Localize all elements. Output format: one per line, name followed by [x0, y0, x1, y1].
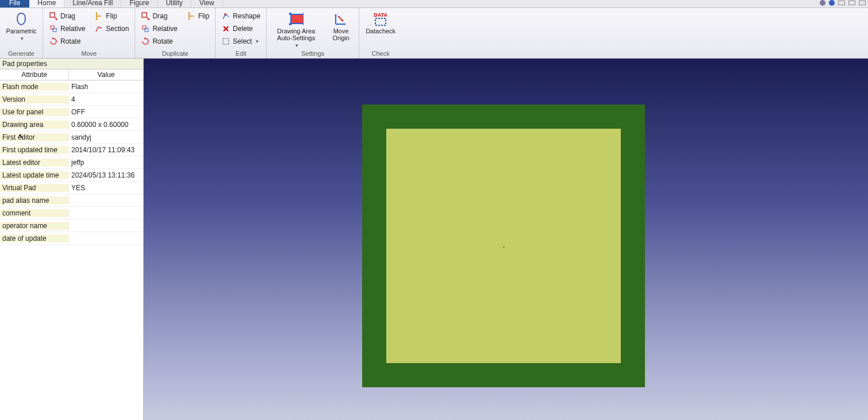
group-label-edit: Edit: [219, 49, 263, 58]
section-icon: [94, 24, 103, 33]
tab-home[interactable]: Home: [29, 0, 64, 7]
move-section-label: Section: [106, 25, 129, 33]
move-drag-button[interactable]: Drag: [47, 10, 87, 22]
tab-view[interactable]: View: [191, 0, 223, 7]
select-label: Select: [233, 37, 252, 45]
menu-tabs: File Home Line/Area Fill Figure Utility …: [0, 0, 868, 8]
svg-rect-4: [143, 26, 146, 29]
cursor-icon: ↖: [18, 132, 24, 140]
help-icon[interactable]: [820, 0, 825, 6]
svg-rect-10: [303, 13, 304, 15]
svg-rect-7: [223, 38, 229, 44]
svg-rect-2: [53, 28, 56, 32]
prop-key: First updated time: [0, 146, 69, 154]
move-origin-label: Move Origin: [327, 28, 355, 41]
move-origin-button[interactable]: Move Origin: [327, 10, 355, 41]
group-label-check: Check: [363, 49, 398, 58]
move-origin-icon: [333, 11, 348, 26]
datacheck-button[interactable]: DATA Datacheck: [363, 10, 398, 34]
tab-utility[interactable]: Utility: [158, 0, 191, 7]
prop-row[interactable]: Latest update time2024/05/13 13:11:36: [0, 169, 143, 182]
prop-value[interactable]: 0.60000 x 0.60000: [69, 121, 143, 129]
relative-icon: [141, 24, 150, 33]
maximize-button[interactable]: [848, 1, 855, 5]
ribbon-group-move: Drag Relative Rotate Flip Sect: [43, 8, 135, 58]
drag-icon: [141, 11, 150, 21]
prop-value[interactable]: 4: [69, 95, 143, 103]
svg-rect-9: [289, 13, 291, 15]
prop-row[interactable]: Version4: [0, 93, 143, 106]
tab-figure[interactable]: Figure: [121, 0, 158, 7]
relative-icon: [49, 24, 58, 33]
prop-key: comment: [0, 209, 69, 217]
move-flip-label: Flip: [106, 12, 117, 20]
close-button[interactable]: [859, 1, 866, 5]
parametric-button[interactable]: Parametric: [3, 10, 39, 41]
prop-row[interactable]: pad alias name: [0, 194, 143, 207]
prop-row[interactable]: Latest editorjeffp: [0, 156, 143, 169]
prop-row[interactable]: First updated time2014/10/17 11:09:43: [0, 144, 143, 156]
group-label-generate: Generate: [3, 49, 39, 58]
origin-crosshair: +: [502, 245, 505, 247]
delete-button[interactable]: Delete: [219, 23, 263, 34]
tab-file[interactable]: File: [0, 0, 29, 7]
prop-rows: Flash modeFlashVersion4Use for panelOFFD…: [0, 80, 143, 245]
ribbon-group-check: DATA Datacheck Check: [359, 8, 402, 58]
prop-key: Flash mode: [0, 83, 69, 91]
move-flip-button[interactable]: Flip: [92, 10, 131, 22]
prop-value[interactable]: sandyj: [69, 133, 143, 141]
select-button[interactable]: Select: [219, 36, 263, 47]
flip-icon: [94, 11, 103, 21]
prop-row[interactable]: Virtual PadYES: [0, 182, 143, 194]
panel-title: Pad properties: [0, 59, 143, 70]
move-drag-label: Drag: [60, 12, 75, 20]
svg-rect-12: [303, 23, 304, 25]
dup-flip-button[interactable]: Flip: [185, 10, 212, 22]
prop-header: Attribute Value: [0, 70, 143, 80]
dup-relative-button[interactable]: Relative: [139, 23, 179, 34]
drag-icon: [49, 11, 58, 21]
move-section-button[interactable]: Section: [92, 23, 131, 34]
prop-value[interactable]: OFF: [69, 108, 143, 116]
minimize-button[interactable]: [838, 1, 845, 5]
reshape-button[interactable]: Reshape: [219, 10, 263, 22]
group-label-move: Move: [47, 49, 131, 58]
prop-key: Latest update time: [0, 171, 69, 179]
prop-row[interactable]: Use for panelOFF: [0, 106, 143, 118]
group-label-duplicate: Duplicate: [139, 49, 212, 58]
parametric-label: Parametric: [6, 28, 36, 34]
svg-rect-8: [291, 14, 304, 24]
tab-line-area[interactable]: Line/Area Fill: [64, 0, 121, 7]
info-icon[interactable]: [829, 0, 835, 6]
drawing-area-button[interactable]: Drawing Area Auto-Settings: [270, 10, 322, 48]
reshape-label: Reshape: [233, 12, 260, 20]
prop-key: Drawing area: [0, 121, 69, 129]
dup-rotate-button[interactable]: Rotate: [139, 36, 179, 47]
prop-row[interactable]: operator name: [0, 219, 143, 232]
drawing-area-icon: [289, 11, 304, 26]
move-rotate-label: Rotate: [60, 37, 80, 45]
prop-key: Use for panel: [0, 108, 69, 116]
prop-value[interactable]: Flash: [69, 83, 143, 91]
datacheck-icon: DATA: [373, 11, 388, 26]
prop-value[interactable]: YES: [69, 184, 143, 192]
prop-key: Version: [0, 95, 69, 103]
move-relative-button[interactable]: Relative: [47, 23, 87, 34]
select-icon: [221, 37, 231, 46]
prop-row[interactable]: comment: [0, 207, 143, 219]
svg-rect-5: [145, 28, 148, 32]
properties-panel: Pad properties Attribute Value Flash mod…: [0, 59, 144, 420]
drawing-canvas[interactable]: +: [144, 59, 868, 420]
prop-value[interactable]: 2014/10/17 11:09:43: [69, 146, 143, 154]
move-rotate-button[interactable]: Rotate: [47, 36, 87, 47]
svg-rect-13: [375, 18, 386, 25]
prop-value[interactable]: 2024/05/13 13:11:36: [69, 171, 143, 179]
dup-flip-label: Flip: [198, 12, 209, 20]
prop-row[interactable]: Flash modeFlash: [0, 80, 143, 93]
prop-row[interactable]: date of update: [0, 232, 143, 245]
ribbon-group-duplicate: Drag Relative Rotate Flip Duplicate: [135, 8, 216, 58]
dup-drag-button[interactable]: Drag: [139, 10, 179, 22]
prop-row[interactable]: Drawing area0.60000 x 0.60000: [0, 118, 143, 131]
prop-value[interactable]: jeffp: [69, 159, 143, 167]
delete-label: Delete: [233, 25, 253, 33]
